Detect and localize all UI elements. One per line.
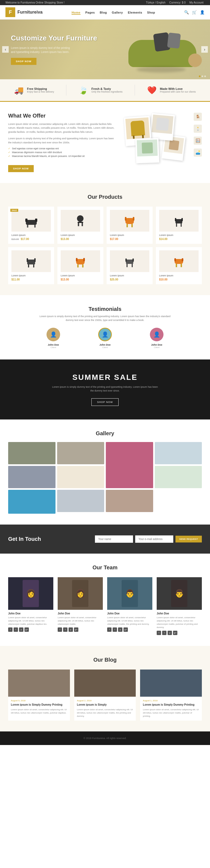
hero-cta-button[interactable]: SHOP NOW	[11, 58, 36, 65]
blog-grid: August 9, 2018 Lorem ipsum is Simply Dum…	[8, 670, 202, 720]
team-social-4: f t y g+	[157, 631, 202, 635]
product-img-2	[61, 210, 100, 231]
gallery-item-7	[155, 466, 202, 488]
youtube-icon-1[interactable]: y	[19, 627, 23, 632]
svg-rect-28	[82, 265, 83, 268]
offer-title: What We Offer	[8, 113, 115, 119]
googleplus-icon-3[interactable]: g+	[124, 627, 128, 632]
gallery-item-6	[57, 466, 104, 488]
contact-email-input[interactable]	[135, 535, 173, 543]
facebook-icon-2[interactable]: f	[58, 627, 62, 632]
facebook-icon-1[interactable]: f	[8, 627, 12, 632]
hero-content: Customize Your Furniture Lorem ipsum is …	[0, 26, 108, 73]
side-icon-2: 🕯️	[194, 125, 202, 133]
youtube-icon-2[interactable]: y	[69, 627, 73, 632]
testimonial-3: 👤 John Doe Client	[135, 328, 179, 349]
shipping-icon: 🚚	[14, 86, 24, 95]
logo[interactable]: F Furnitureiva	[5, 7, 43, 17]
youtube-icon-4[interactable]: y	[167, 631, 172, 635]
twitter-icon-4[interactable]: t	[162, 631, 166, 635]
offer-para1: Lorem ipsum dolor sit amet, consectetur …	[8, 122, 115, 134]
summer-sale-cta-button[interactable]: SHOP NOW	[91, 398, 119, 406]
svg-rect-3	[27, 225, 28, 227]
fresh-icon: 🍃	[79, 86, 88, 95]
googleplus-icon-4[interactable]: g+	[173, 631, 177, 635]
nav-home[interactable]: Home	[72, 11, 80, 15]
language-selector[interactable]: Türkçe / English	[146, 1, 166, 4]
facebook-icon-4[interactable]: f	[157, 631, 161, 635]
features-bar: 🚚 Free Shipping Enjoy fast & free delive…	[0, 79, 210, 102]
get-in-touch-title: Get In Touch	[8, 536, 41, 542]
svg-rect-15	[175, 218, 176, 221]
send-request-button[interactable]: SEND REQUEST	[176, 536, 202, 542]
product-price-2: $13.00	[61, 238, 100, 241]
svg-rect-16	[181, 218, 183, 221]
testimonials-title: Testimonials	[8, 306, 202, 312]
offer-para2: Lorem ipsum is simply dummy text of the …	[8, 136, 115, 145]
contact-name-input[interactable]	[95, 535, 133, 543]
svg-rect-6	[78, 222, 83, 223]
blog-post-text-2: Lorem ipsum dolor sit amet, consectetur …	[77, 708, 133, 718]
googleplus-icon-1[interactable]: g+	[25, 627, 29, 632]
svg-rect-27	[77, 265, 79, 268]
nav-elements[interactable]: Elements	[128, 11, 142, 14]
gallery-item-4	[155, 442, 202, 464]
svg-rect-32	[127, 264, 128, 267]
twitter-icon-1[interactable]: t	[14, 627, 18, 632]
offer-cta-button[interactable]: SHOP NOW	[8, 165, 34, 172]
feature-fresh-tasty: 🍃 Fresh & Tasty Only the freshest ingred…	[79, 85, 123, 96]
twitter-icon-2[interactable]: t	[63, 627, 68, 632]
team-photo-2: 👩	[58, 577, 103, 610]
blog-date-2: August 2, 2018	[77, 700, 133, 702]
search-icon[interactable]: 🔍	[184, 10, 189, 14]
product-img-1	[11, 210, 51, 231]
hero-next-button[interactable]: ›	[201, 46, 208, 53]
twitter-icon-3[interactable]: t	[113, 627, 117, 632]
product-card-6: Lorem ipsum $13.00	[57, 247, 103, 284]
product-name-5: Lorem ipsum	[11, 274, 51, 277]
svg-rect-9	[125, 218, 134, 224]
nav-gallery[interactable]: Gallery	[112, 11, 123, 14]
product-new-price-1: $17.00	[21, 238, 29, 241]
youtube-icon-3[interactable]: y	[118, 627, 123, 632]
products-section: Our Products SALE Lorem ipsum $19.00 $17…	[0, 183, 210, 295]
team-photo-4: 👨	[157, 577, 202, 610]
main-nav: F Furnitureiva Home Pages Blog Gallery E…	[0, 5, 210, 20]
summer-sale-title: SUMMER SALE	[8, 373, 202, 382]
hero-dot-1[interactable]	[199, 75, 201, 77]
product-price-6: $13.00	[61, 278, 100, 281]
gallery-item-2	[57, 442, 104, 464]
my-account-link[interactable]: My Account	[189, 1, 204, 4]
nav-shop[interactable]: Shop	[147, 11, 155, 14]
cart-icon[interactable]: 🛒	[192, 10, 197, 14]
hero-dot-3[interactable]	[204, 75, 206, 77]
team-bio-3: Lorem ipsum dolor sit amet, consectetur …	[107, 616, 152, 626]
side-icon-3: 🪟	[194, 136, 202, 145]
testimonial-role-3: Client	[135, 346, 179, 349]
user-icon[interactable]: 👤	[200, 10, 205, 14]
footer: © 2018 Furnitureiva. All rights reserved…	[0, 732, 210, 745]
nav-pages[interactable]: Pages	[85, 11, 95, 14]
hero-dot-2[interactable]	[202, 75, 203, 77]
svg-rect-14	[176, 219, 182, 223]
svg-rect-7	[78, 223, 79, 226]
hero-dots	[199, 75, 206, 77]
svg-rect-13	[131, 224, 133, 227]
blog-img-3	[140, 670, 202, 697]
blog-content-1: August 9, 2018 Lorem ipsum is Simply Dum…	[8, 697, 70, 717]
svg-rect-4	[34, 225, 36, 227]
testimonial-avatar-1: 👤	[47, 328, 60, 341]
nav-blog[interactable]: Blog	[100, 11, 107, 14]
team-name-2: John Doe	[58, 612, 103, 615]
product-name-6: Lorem ipsum	[61, 274, 100, 277]
gallery-item-8	[8, 490, 55, 514]
team-title: Our Team	[8, 564, 202, 571]
facebook-icon-3[interactable]: f	[107, 627, 111, 632]
svg-rect-21	[34, 258, 36, 262]
team-name-4: John Doe	[157, 612, 202, 615]
product-name-3: Lorem ipsum	[110, 234, 149, 237]
feature-fresh-title: Fresh & Tasty	[91, 87, 123, 90]
googleplus-icon-2[interactable]: g+	[74, 627, 78, 632]
team-name-3: John Doe	[107, 612, 152, 615]
summer-sale-desc: Lorem ipsum is simply dummy text of the …	[51, 385, 159, 393]
